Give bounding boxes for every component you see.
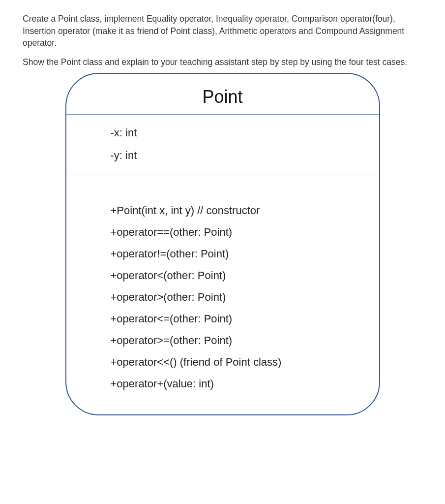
uml-method: +Point(int x, int y) // constructor bbox=[111, 200, 379, 221]
uml-attribute: -y: int bbox=[111, 144, 379, 167]
intro-paragraph-1: Create a Point class, implement Equality… bbox=[23, 13, 422, 49]
uml-method: +operator==(other: Point) bbox=[111, 221, 379, 243]
page: Create a Point class, implement Equality… bbox=[0, 0, 445, 504]
uml-method: +operator<=(other: Point) bbox=[111, 308, 379, 330]
uml-method: +operator>(other: Point) bbox=[111, 286, 379, 308]
uml-attribute: -x: int bbox=[111, 122, 379, 144]
uml-class-box: Point -x: int -y: int +Point(int x, int … bbox=[65, 73, 380, 415]
uml-methods-section: +Point(int x, int y) // constructor +ope… bbox=[66, 175, 379, 395]
uml-method: +operator<(other: Point) bbox=[111, 265, 379, 286]
uml-class-title: Point bbox=[66, 84, 379, 114]
intro-paragraph-2: Show the Point class and explain to your… bbox=[23, 56, 422, 68]
uml-method: +operator<<() (friend of Point class) bbox=[111, 351, 379, 373]
uml-diagram-wrap: Point -x: int -y: int +Point(int x, int … bbox=[23, 73, 422, 415]
intro-text: Create a Point class, implement Equality… bbox=[23, 13, 422, 68]
uml-attributes-section: -x: int -y: int bbox=[66, 115, 379, 175]
uml-method: +operator!=(other: Point) bbox=[111, 243, 379, 265]
uml-method: +operator+(value: int) bbox=[111, 373, 379, 395]
uml-method: +operator>=(other: Point) bbox=[111, 330, 379, 351]
